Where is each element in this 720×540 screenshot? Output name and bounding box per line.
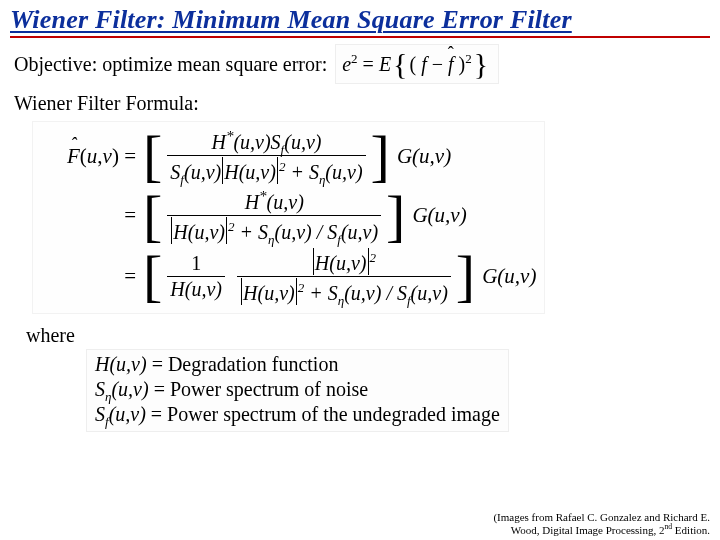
formula-line-1: F(u,v) = [ H*(u,v)Sf(u,v) Sf(u,v)H(u,v)2…	[51, 128, 536, 184]
formula-line-3: = [ 1 H(u,v) H(u,v)2 H(u,v)2 + Sη(u,v) /…	[51, 248, 536, 305]
definitions-box: H(u,v) = Degradation function Sη(u,v) = …	[86, 349, 509, 432]
attribution: (Images from Rafael C. Gonzalez and Rich…	[493, 511, 710, 536]
objective-label: Objective: optimize mean square error:	[14, 53, 327, 76]
formula-label: Wiener Filter Formula:	[14, 92, 706, 115]
formula-line-2: = [ H*(u,v) H(u,v)2 + Sη(u,v) / Sf(u,v) …	[51, 188, 536, 244]
def-h: H(u,v) = Degradation function	[95, 352, 500, 377]
page-title: Wiener Filter: Minimum Mean Square Error…	[10, 5, 572, 34]
def-sn: Sη(u,v) = Power spectrum of noise	[95, 377, 500, 402]
where-label: where	[26, 324, 706, 347]
wiener-formula: F(u,v) = [ H*(u,v)Sf(u,v) Sf(u,v)H(u,v)2…	[32, 121, 545, 313]
objective-equation: e2 = E { ( f − f )2 }	[335, 44, 499, 84]
objective-row: Objective: optimize mean square error: e…	[14, 44, 706, 84]
def-sf: Sf(u,v) = Power spectrum of the undegrad…	[95, 402, 500, 427]
